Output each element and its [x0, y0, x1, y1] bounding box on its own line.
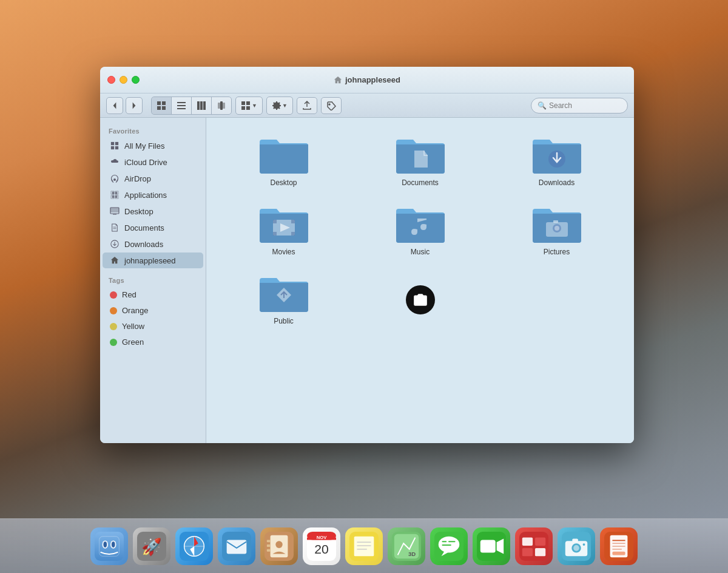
action-chevron-icon: ▼	[282, 103, 288, 109]
dock-item-safari[interactable]	[175, 527, 213, 565]
dock: 🚀	[0, 518, 728, 573]
column-view-icon	[197, 101, 206, 110]
sidebar-item-applications[interactable]: Applications	[103, 187, 203, 203]
svg-rect-7	[197, 101, 200, 110]
file-item-documents[interactable]: Documents	[355, 130, 485, 193]
file-item-music[interactable]: Music	[355, 199, 485, 262]
safari-icon	[180, 532, 209, 561]
svg-rect-33	[273, 232, 277, 236]
svg-rect-6	[177, 108, 186, 109]
sidebar-label-tag-green: Green	[122, 337, 144, 347]
gear-icon	[272, 101, 281, 110]
svg-rect-80	[480, 540, 496, 552]
icon-view-icon	[157, 101, 166, 110]
forward-button[interactable]	[126, 97, 143, 114]
svg-text:20: 20	[314, 542, 328, 556]
tag-button[interactable]	[321, 97, 342, 114]
svg-rect-21	[115, 146, 118, 149]
dock-item-launchpad[interactable]: 🚀	[133, 527, 170, 565]
file-label-desktop: Desktop	[270, 178, 297, 187]
svg-rect-34	[291, 232, 295, 236]
svg-rect-3	[162, 106, 166, 110]
icloud-drive-icon	[110, 157, 120, 167]
file-item-public[interactable]: Public	[218, 268, 349, 331]
dock-item-facetime[interactable]	[473, 527, 510, 565]
coverflow-view-button[interactable]	[212, 97, 231, 114]
dock-item-contacts[interactable]	[260, 527, 298, 565]
file-content-area: Desktop Documents	[206, 118, 634, 443]
icon-view-button[interactable]	[152, 97, 172, 114]
svg-rect-82	[519, 532, 548, 561]
svg-rect-84	[535, 537, 545, 545]
dock-item-pages[interactable]	[600, 527, 638, 565]
sidebar-item-tag-green[interactable]: Green	[103, 334, 203, 350]
airdrop-icon	[110, 174, 120, 183]
folder-pictures-icon	[533, 205, 581, 244]
close-button[interactable]	[107, 76, 115, 84]
svg-rect-9	[203, 101, 206, 110]
dock-item-messages[interactable]	[430, 527, 468, 565]
sidebar-item-downloads[interactable]: Downloads	[103, 236, 203, 252]
svg-text:3D: 3D	[408, 551, 416, 557]
sidebar-item-icloud-drive[interactable]: iCloud Drive	[103, 154, 203, 170]
file-item-desktop[interactable]: Desktop	[218, 130, 349, 193]
contacts-icon	[265, 532, 294, 561]
search-input[interactable]	[549, 101, 621, 110]
search-icon: 🔍	[538, 101, 547, 110]
svg-rect-16	[246, 106, 250, 110]
calendar-icon: NOV 20	[307, 532, 336, 561]
title-bar: johnappleseed	[100, 67, 634, 93]
orange-tag-dot	[110, 307, 117, 314]
sidebar-item-tag-yellow[interactable]: Yellow	[103, 319, 203, 334]
dock-item-finder[interactable]	[90, 527, 128, 565]
share-icon	[302, 101, 312, 110]
folder-desktop-icon	[260, 136, 308, 175]
column-view-button[interactable]	[192, 97, 212, 114]
sidebar-item-airdrop[interactable]: AirDrop	[103, 171, 203, 186]
dock-item-mail[interactable]	[218, 527, 255, 565]
list-view-button[interactable]	[172, 97, 192, 114]
svg-text:NOV: NOV	[317, 535, 328, 540]
yellow-tag-dot	[110, 323, 117, 330]
minimize-button[interactable]	[120, 76, 127, 84]
sidebar-item-desktop[interactable]: Desktop	[103, 203, 203, 219]
svg-point-22	[113, 178, 116, 181]
file-item-downloads[interactable]: Downloads	[491, 130, 622, 193]
svg-point-17	[329, 104, 330, 105]
sidebar-item-tag-red[interactable]: Red	[103, 287, 203, 302]
svg-point-42	[103, 541, 107, 548]
window-title: johnappleseed	[334, 75, 400, 84]
file-item-pictures[interactable]: Pictures	[491, 199, 622, 262]
photos-icon	[519, 532, 548, 561]
svg-rect-1	[162, 101, 166, 105]
sidebar-item-home[interactable]: johnappleseed	[103, 253, 203, 268]
arrange-button[interactable]: ▼	[236, 97, 262, 114]
svg-rect-32	[291, 220, 295, 223]
finder-window: johnappleseed	[100, 67, 634, 443]
dock-item-photos[interactable]	[515, 527, 553, 565]
arrange-button-group: ▼	[235, 97, 263, 115]
sidebar-item-documents[interactable]: Documents	[103, 220, 203, 236]
svg-rect-77	[448, 541, 456, 542]
action-button[interactable]: ▼	[267, 97, 292, 114]
svg-rect-85	[522, 548, 533, 555]
folder-downloads-icon	[533, 136, 581, 175]
sidebar-item-tag-orange[interactable]: Orange	[103, 303, 203, 318]
dock-item-maps[interactable]: 3D	[388, 527, 425, 565]
dock-item-notes[interactable]	[345, 527, 383, 565]
sidebar-item-all-my-files[interactable]: All My Files	[103, 138, 203, 154]
file-item-movies[interactable]: Movies	[218, 199, 349, 262]
svg-point-43	[112, 541, 115, 548]
back-button[interactable]	[106, 97, 123, 114]
pages-icon	[604, 532, 633, 561]
dock-item-calendar[interactable]: NOV 20	[303, 527, 340, 565]
share-button[interactable]	[297, 97, 317, 114]
search-box[interactable]: 🔍	[531, 98, 628, 114]
desktop-sidebar-icon	[110, 206, 120, 216]
svg-rect-18	[111, 142, 114, 145]
dock-item-camera[interactable]	[558, 527, 595, 565]
maximize-button[interactable]	[132, 76, 140, 84]
home-sidebar-icon	[110, 256, 120, 265]
sidebar-label-applications: Applications	[124, 191, 167, 200]
svg-rect-38	[553, 220, 558, 223]
